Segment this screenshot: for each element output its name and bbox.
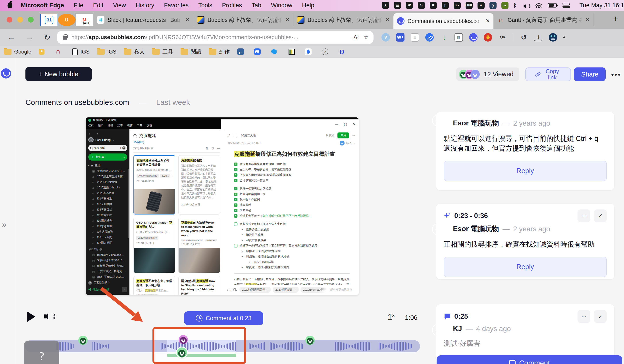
bookmark-item[interactable]: IGS: [97, 49, 116, 55]
search-icon: [90, 147, 93, 149]
menubar-app-name[interactable]: Microsoft Edge: [21, 2, 64, 9]
menubar-item[interactable]: File: [74, 2, 83, 9]
bubble-title[interactable]: Comments on usebubbles.com: [26, 98, 129, 107]
extension-icon[interactable]: ☰: [411, 33, 419, 42]
bookmark-item[interactable]: [271, 49, 281, 55]
minimize-window-button[interactable]: [17, 17, 23, 23]
tab-close-icon[interactable]: ✕: [185, 17, 190, 23]
fullscreen-window-button[interactable]: [28, 17, 34, 23]
evernote-window-title: 搜尋結果 - Evernote: [93, 118, 117, 122]
comment-resolve-button[interactable]: ✓: [594, 209, 607, 222]
play-button[interactable]: [27, 311, 35, 322]
pinned-tab[interactable]: U: [58, 14, 76, 26]
menubar-item[interactable]: Profiles: [222, 2, 242, 9]
menubar-item[interactable]: Window: [271, 2, 292, 9]
video-frame[interactable]: — ▢ ✕ 搜尋結果 - Evernote 檔案編輯檢視記事視窗工具說明 ‹ ›…: [86, 118, 359, 295]
note-thumbnail: [134, 189, 175, 214]
bookmark-icon: [124, 49, 131, 55]
pinned-tab[interactable]: M40+: [76, 14, 93, 26]
comment-icon: [509, 360, 516, 364]
tab-title: Bubbles 線上教學、遠距討論利: [208, 16, 282, 24]
pinned-tab[interactable]: 31: [40, 14, 58, 26]
address-bar[interactable]: https://app.usebubbles.com/jpdDUNRS6JQTt…: [57, 31, 373, 44]
comment-more-button[interactable]: ⋯: [577, 310, 590, 323]
bookmark-item[interactable]: [338, 49, 349, 55]
bookmark-item[interactable]: IGS: [72, 49, 89, 55]
note-thumbnail: [179, 208, 220, 215]
menubar-item[interactable]: Help: [302, 2, 314, 9]
comment-header: 0:23 - 0:36 ⋯ ✓: [444, 209, 607, 222]
timeline-comment-avatar[interactable]: [78, 336, 88, 345]
status-icon[interactable]: ▲: [382, 2, 389, 9]
note-toolbar: ⤢ 05第二大腦 只有您 共用 ⋯: [224, 129, 359, 141]
comment-bubble-icon: [444, 313, 451, 320]
status-icon[interactable]: K: [430, 2, 437, 9]
bookmark-icon: [305, 49, 312, 55]
extension-icon[interactable]: [425, 33, 434, 42]
bubbles-logo-icon[interactable]: [1, 68, 11, 78]
refresh-button[interactable]: ↻: [44, 33, 51, 42]
timestamp-range[interactable]: 0:25: [454, 313, 468, 320]
playback-speed-button[interactable]: 1×: [388, 313, 395, 322]
tab-close-icon[interactable]: ✕: [285, 17, 290, 23]
menubar-item[interactable]: Edit: [93, 2, 104, 9]
tab-favicon: [397, 17, 405, 25]
reply-button[interactable]: Reply: [444, 257, 607, 277]
video-duration: 1:06: [405, 314, 417, 321]
read-aloud-icon[interactable]: A⁾: [353, 34, 359, 41]
bookmark-icon: [338, 49, 346, 55]
search-icon: [133, 134, 136, 137]
status-icon[interactable]: S: [418, 2, 425, 9]
bookmark-item[interactable]: [237, 49, 246, 55]
menubar-item[interactable]: History: [136, 2, 154, 9]
comment-author[interactable]: Esor 電腦玩物: [453, 118, 499, 128]
comment-author[interactable]: KJ: [453, 325, 462, 333]
menubar-item[interactable]: View: [113, 2, 126, 9]
timestamp-range[interactable]: 0:23 - 0:36: [454, 212, 488, 220]
note-meta-row: 最後編輯於 2019年10月16日 +插入⌄: [224, 141, 359, 147]
bookmark-item[interactable]: [322, 49, 331, 55]
menubar-item[interactable]: Tab: [252, 2, 261, 9]
status-icon[interactable]: ▤: [394, 2, 401, 9]
comment-more-button[interactable]: ⋯: [577, 209, 590, 222]
maximize-icon: ▢: [344, 122, 347, 126]
back-button[interactable]: ←: [7, 33, 16, 42]
menubar-item[interactable]: Favorites: [164, 2, 188, 9]
bookmark-item[interactable]: Google: [4, 49, 31, 55]
bookmark-item[interactable]: 工具: [152, 48, 173, 55]
evernote-sidebar-item: 「寫下筆記」的時刻...: [88, 269, 127, 274]
bookmark-item[interactable]: [39, 49, 47, 55]
tab-close-icon[interactable]: ✕: [385, 17, 390, 23]
favorite-star-icon[interactable]: ☆: [364, 34, 369, 41]
new-bubble-button[interactable]: + New bubble: [26, 67, 92, 81]
menubar-item[interactable]: Tools: [198, 2, 212, 9]
bookmark-item[interactable]: [305, 49, 314, 55]
bookmark-item[interactable]: [254, 49, 263, 55]
bookmark-item[interactable]: 創作: [209, 48, 230, 55]
extension-icon[interactable]: V: [382, 33, 390, 42]
browser-tab[interactable]: Slack | feature-requests | Bub ✕: [93, 14, 193, 26]
extension-icon[interactable]: W+: [396, 33, 405, 42]
volume-button[interactable]: [44, 312, 54, 321]
expand-sidebar-icon[interactable]: »: [2, 220, 6, 230]
evernote-menu-item: 記事: [118, 124, 123, 127]
bookmark-item[interactable]: 閱讀: [181, 48, 201, 55]
status-icon[interactable]: Ψ: [406, 2, 413, 9]
comment-button[interactable]: Comment: [437, 355, 622, 364]
help-widget[interactable]: ?: [24, 340, 59, 364]
comment-at-timestamp-button[interactable]: Comment at 0:23: [184, 311, 263, 325]
browser-tab[interactable]: Bubbles 線上教學、遠距討論利 ✕: [293, 14, 393, 26]
lock-icon[interactable]: [63, 36, 67, 40]
comment-resolve-button[interactable]: ✓: [594, 310, 607, 323]
bookmark-item[interactable]: [55, 49, 65, 55]
forward-button[interactable]: →: [26, 33, 34, 42]
browser-tab[interactable]: Bubbles 線上教學、遠距討論利 ✕: [193, 14, 293, 26]
reply-button[interactable]: Reply: [444, 161, 607, 181]
apple-logo-icon[interactable]: [7, 2, 12, 8]
comment-author[interactable]: Esor 電腦玩物: [453, 224, 499, 234]
bookmark-item[interactable]: 私人: [124, 48, 145, 55]
close-window-button[interactable]: [7, 17, 12, 23]
url-text[interactable]: https://app.usebubbles.com/jpdDUNRS6JQTt…: [71, 34, 348, 41]
evernote-account: Esor Huang ⌄: [88, 137, 127, 144]
bookmark-item[interactable]: [288, 49, 297, 55]
